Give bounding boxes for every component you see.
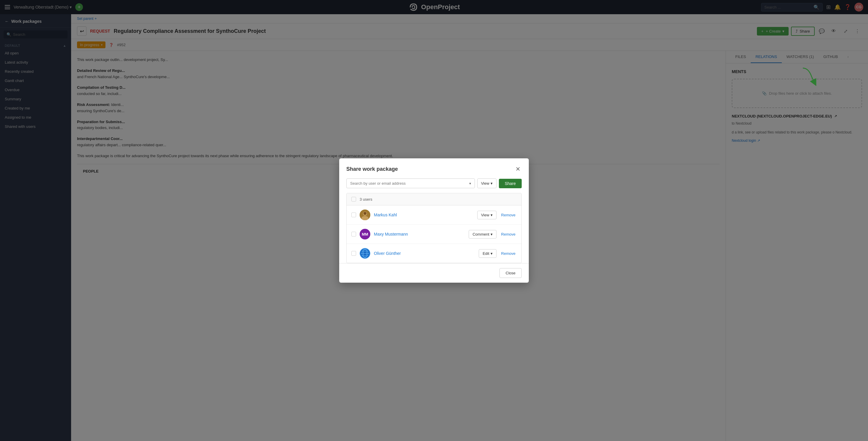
- user-search-input[interactable]: [350, 181, 467, 185]
- remove-user-link[interactable]: Remove: [500, 232, 517, 236]
- user-avatar-maxy: MM: [360, 229, 370, 239]
- modal-search-row: ▾ View ▾ Share: [339, 178, 529, 193]
- modal-share-button[interactable]: Share: [499, 179, 522, 188]
- users-list-header: 3 users: [347, 193, 521, 205]
- user-name[interactable]: Oliver Günther: [374, 251, 475, 256]
- close-button[interactable]: Close: [499, 268, 522, 278]
- permission-dropdown[interactable]: View ▾: [477, 178, 497, 188]
- remove-user-link[interactable]: Remove: [500, 251, 517, 256]
- chevron-down-icon: ▾: [469, 181, 471, 185]
- user-checkbox[interactable]: [351, 212, 356, 217]
- users-list: 3 users Markus Kahl View ▾: [346, 193, 522, 263]
- user-checkbox[interactable]: [351, 251, 356, 256]
- view-permission-dropdown[interactable]: View ▾: [477, 211, 497, 219]
- globe-avatar: [360, 248, 370, 259]
- modal-overlay[interactable]: Share work package ✕ ▾ View ▾ Share 3 us…: [0, 0, 868, 441]
- arrow-annotation: [785, 65, 820, 89]
- modal-footer: Close: [339, 263, 529, 283]
- modal-search-field[interactable]: ▾: [346, 178, 475, 188]
- modal-header: Share work package ✕: [339, 158, 529, 178]
- modal-close-button[interactable]: ✕: [514, 164, 522, 174]
- comment-permission-dropdown[interactable]: Comment ▾: [469, 230, 496, 239]
- remove-user-link[interactable]: Remove: [500, 213, 517, 217]
- chevron-down-icon: ▾: [491, 251, 493, 256]
- user-name[interactable]: Markus Kahl: [374, 212, 474, 217]
- user-avatar-markus: [360, 209, 370, 220]
- user-avatar-oliver: [360, 248, 370, 259]
- modal-title: Share work package: [346, 166, 398, 172]
- user-row: Oliver Günther Edit ▾ Remove: [347, 244, 521, 263]
- edit-permission-dropdown[interactable]: Edit ▾: [479, 249, 496, 258]
- user-name[interactable]: Maxy Mustermann: [374, 232, 465, 236]
- svg-point-3: [364, 212, 367, 215]
- user-row: Markus Kahl View ▾ Remove: [347, 205, 521, 225]
- select-all-checkbox[interactable]: [351, 197, 356, 202]
- avatar-image: [360, 209, 370, 220]
- chevron-down-icon: ▾: [491, 213, 493, 217]
- share-modal: Share work package ✕ ▾ View ▾ Share 3 us…: [339, 158, 529, 283]
- chevron-down-icon: ▾: [491, 181, 493, 185]
- chevron-down-icon: ▾: [491, 232, 493, 236]
- users-count: 3 users: [360, 197, 372, 202]
- user-checkbox[interactable]: [351, 232, 356, 236]
- user-row: MM Maxy Mustermann Comment ▾ Remove: [347, 225, 521, 244]
